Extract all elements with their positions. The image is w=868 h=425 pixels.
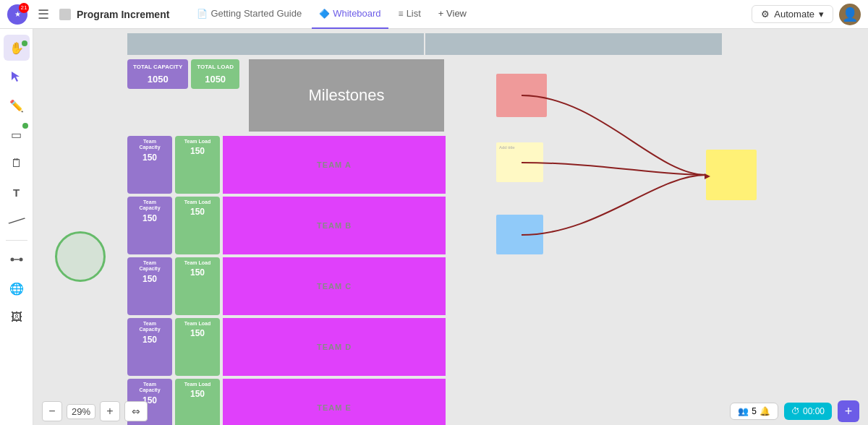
note-tool-button[interactable]: 🗒 — [4, 150, 30, 176]
doc-icon: 📄 — [197, 9, 208, 19]
team-b-box: TEAM B — [223, 197, 446, 254]
topbar-left: 21 ★ ☰ Program Increment 📄 Getting Start… — [7, 0, 474, 29]
sticky-blue[interactable] — [496, 215, 543, 254]
main-content: ✋ ✏️ ▭ 🗒 T ╱ 🌐 🖼 TOTAL CAPACITY — [0, 29, 868, 425]
table-row: TeamCapacity 150 Team Load 150 TEAM C — [127, 257, 446, 315]
team-rows: TeamCapacity 150 Team Load 150 TEAM A Te… — [127, 136, 446, 425]
view-button[interactable]: + View — [431, 0, 474, 29]
app-icon[interactable]: 21 ★ — [7, 4, 27, 25]
automate-button[interactable]: ⚙ Automate ▾ — [752, 5, 833, 23]
zoom-out-button[interactable]: − — [42, 401, 62, 421]
chevron-down-icon: ▾ — [819, 9, 824, 20]
text-tool-button[interactable]: T — [4, 179, 30, 205]
team-e-box: TEAM E — [223, 379, 446, 425]
tab-getting-started[interactable]: 📄 Getting Started Guide — [190, 0, 309, 29]
table-row: TeamCapacity 150 Team Load 150 TEAM A — [127, 136, 446, 194]
team-d-capacity-box: TeamCapacity 150 — [127, 318, 172, 376]
milestones-box: Milestones — [249, 59, 444, 132]
fit-button[interactable]: ⇔ — [124, 401, 148, 421]
notif-badge: 21 — [19, 3, 29, 13]
connect-tool-button[interactable] — [4, 246, 30, 272]
zoom-in-button[interactable]: + — [100, 401, 120, 421]
select-tool-button[interactable] — [4, 64, 30, 90]
pen-tool-button[interactable]: ✏️ — [4, 93, 30, 119]
page-icon — [59, 9, 71, 20]
team-e-load-box: Team Load 150 — [175, 379, 220, 425]
table-row: TeamCapacity 150 Team Load 150 TEAM E — [127, 379, 446, 425]
team-d-load-box: Team Load 150 — [175, 318, 220, 376]
team-c-box: TEAM C — [223, 257, 446, 315]
whiteboard-icon: 🔷 — [319, 9, 330, 19]
green-circle — [55, 231, 106, 282]
total-capacity-box: TOTAL CAPACITY 1050 — [127, 59, 188, 89]
svg-point-2 — [19, 258, 22, 262]
list-icon: ≡ — [399, 9, 404, 19]
add-button[interactable]: + — [838, 400, 859, 422]
top-bars — [127, 33, 868, 55]
canvas[interactable]: TOTAL CAPACITY 1050 TOTAL LOAD 1050 Mile… — [33, 29, 868, 425]
people-icon: 👥 — [738, 406, 749, 416]
total-load-box: TOTAL LOAD 1050 — [191, 59, 239, 89]
collaborators-button[interactable]: 👥 5 🔔 — [730, 403, 778, 420]
bell-icon: 🔔 — [760, 406, 770, 416]
table-row: TeamCapacity 150 Team Load 150 TEAM D — [127, 318, 446, 376]
team-a-load-box: Team Load 150 — [175, 136, 220, 194]
media-tool-button[interactable]: 🖼 — [4, 304, 30, 330]
team-c-load-box: Team Load 150 — [175, 257, 220, 315]
team-b-load-box: Team Load 150 — [175, 197, 220, 254]
team-b-capacity-box: TeamCapacity 150 — [127, 197, 172, 254]
toolbar-separator — [6, 240, 27, 241]
bottom-right-controls: 👥 5 🔔 ⏱ 00:00 + — [730, 400, 859, 422]
line-tool-button[interactable]: ╱ — [0, 203, 35, 240]
topbar: 21 ★ ☰ Program Increment 📄 Getting Start… — [0, 0, 868, 29]
top-bar-3 — [723, 33, 868, 55]
table-row: TeamCapacity 150 Team Load 150 TEAM B — [127, 197, 446, 254]
menu-icon[interactable]: ☰ — [33, 4, 54, 25]
team-d-box: TEAM D — [223, 318, 446, 376]
page-title: Program Increment — [77, 9, 169, 20]
globe-tool-button[interactable]: 🌐 — [4, 275, 30, 301]
tab-whiteboard[interactable]: 🔷 Whiteboard — [312, 0, 388, 29]
top-bar-1 — [127, 33, 424, 55]
automate-icon: ⚙ — [761, 9, 770, 20]
avatar: 👤 — [839, 4, 861, 25]
total-capacity-row: TOTAL CAPACITY 1050 TOTAL LOAD 1050 — [127, 59, 239, 89]
sticky-yellow-small[interactable]: Add title — [496, 142, 543, 182]
zoom-level[interactable]: 29% — [67, 404, 95, 419]
sticky-pink[interactable] — [496, 74, 547, 117]
timer-button[interactable]: ⏱ 00:00 — [784, 403, 832, 420]
topbar-right: ⚙ Automate ▾ 👤 — [752, 4, 861, 25]
zoom-controls: − 29% + ⇔ — [42, 401, 148, 421]
svg-point-1 — [10, 258, 14, 262]
team-c-capacity-box: TeamCapacity 150 — [127, 257, 172, 315]
tab-list[interactable]: ≡ List — [391, 0, 428, 29]
toolbar: ✋ ✏️ ▭ 🗒 T ╱ 🌐 🖼 — [0, 29, 33, 425]
nav-tabs: 📄 Getting Started Guide 🔷 Whiteboard ≡ L… — [190, 0, 474, 29]
hand-tool-button[interactable]: ✋ — [4, 35, 30, 61]
svg-marker-0 — [12, 72, 20, 82]
sticky-yellow-big[interactable] — [706, 150, 757, 200]
team-a-box: TEAM A — [223, 136, 446, 194]
shapes-area: Add title — [453, 59, 868, 421]
top-bar-2 — [425, 33, 722, 55]
team-a-capacity-box: TeamCapacity 150 — [127, 136, 172, 194]
timer-icon: ⏱ — [791, 406, 800, 416]
